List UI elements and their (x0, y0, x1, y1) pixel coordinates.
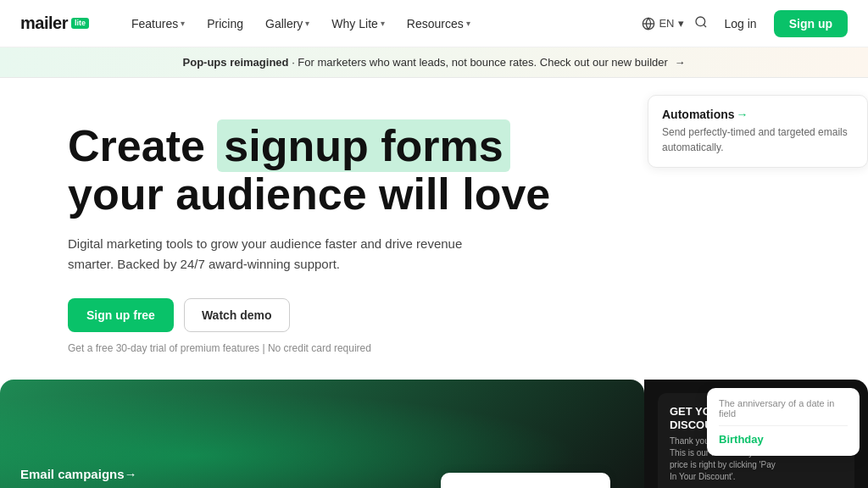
nav-right: EN ▾ Log in Sign up (642, 10, 848, 37)
search-icon[interactable] (694, 15, 708, 32)
nav-item-pricing[interactable]: Pricing (198, 12, 252, 36)
chevron-down-icon: ▾ (305, 19, 309, 28)
hero-left: Create signup forms your audience will l… (68, 122, 576, 354)
hero-title: Create signup forms your audience will l… (68, 122, 576, 219)
divider (719, 425, 848, 426)
login-button[interactable]: Log in (718, 12, 764, 36)
nav-item-features[interactable]: Features ▾ (123, 12, 193, 36)
arrow-icon: → (674, 56, 685, 69)
email-campaigns-title: Email campaigns→ (20, 467, 624, 481)
signup-button[interactable]: Sign up (774, 10, 848, 37)
nav-item-why-lite[interactable]: Why Lite ▾ (323, 12, 392, 36)
announcement-link[interactable]: → (670, 56, 685, 69)
hero-section: Create signup forms your audience will l… (0, 78, 868, 354)
announcement-bold: Pop-ups reimagined (183, 56, 289, 69)
chevron-down-icon: ▾ (381, 19, 385, 28)
anniversary-field: Birthday (719, 433, 848, 446)
bottom-row: Email campaigns→ Create engaging, dynami… (0, 380, 868, 488)
automations-desc: Send perfectly-timed and targeted emails… (662, 125, 854, 155)
hero-fine-print: Get a free 30-day trial of premium featu… (68, 342, 576, 354)
anniversary-label: The anniversary of a date in field (719, 398, 848, 419)
announcement-text: For marketers who want leads, not bounce… (298, 56, 667, 69)
announcement-bar: Pop-ups reimagined · For marketers who w… (0, 47, 868, 78)
navbar: mailer lite Features ▾ Pricing Gallery ▾… (0, 0, 868, 47)
email-campaigns-card: Email campaigns→ Create engaging, dynami… (0, 380, 644, 488)
hero-buttons: Sign up free Watch demo (68, 298, 576, 332)
nav-links: Features ▾ Pricing Gallery ▾ Why Lite ▾ … (123, 12, 643, 36)
watch-demo-button[interactable]: Watch demo (184, 298, 290, 332)
globe-locale[interactable]: EN ▾ (642, 17, 683, 30)
logo-text: mailer (20, 14, 68, 33)
right-dark-panel: The anniversary of a date in field Birth… (644, 380, 868, 488)
nav-item-resources[interactable]: Resources ▾ (398, 12, 479, 36)
logo[interactable]: mailer lite (20, 14, 89, 33)
hero-subtitle: Digital marketing tools to grow your aud… (68, 234, 492, 274)
nav-item-gallery[interactable]: Gallery ▾ (257, 12, 318, 36)
signup-free-button[interactable]: Sign up free (68, 298, 174, 332)
automations-title: Automations→ (662, 108, 854, 121)
anniversary-card: The anniversary of a date in field Birth… (707, 388, 860, 456)
chevron-down-icon: ▾ (181, 19, 185, 28)
chevron-down-icon: ▾ (466, 19, 470, 28)
hero-title-highlight: signup forms (217, 119, 509, 172)
email-campaigns-desc: Create engaging, dynamic emails in minut… (20, 485, 258, 488)
chevron-down-icon: ▾ (678, 17, 684, 30)
svg-line-3 (704, 25, 706, 27)
svg-point-2 (696, 17, 705, 26)
logo-badge: lite (71, 18, 89, 29)
hero-right-cards: Automations→ Send perfectly-timed and ta… (648, 95, 868, 181)
automations-card: Automations→ Send perfectly-timed and ta… (648, 95, 868, 168)
globe-icon (642, 17, 655, 30)
